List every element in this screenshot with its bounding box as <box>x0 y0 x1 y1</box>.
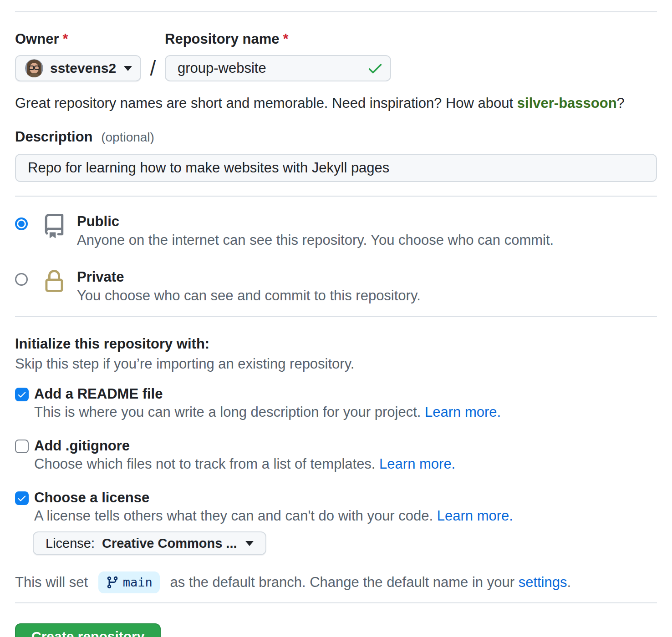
divider-after-visibility <box>15 316 657 317</box>
settings-link[interactable]: settings <box>519 571 567 593</box>
license-checkbox[interactable] <box>15 491 29 505</box>
readme-learn-more-link[interactable]: Learn more. <box>425 404 501 420</box>
license-chevron-down-icon <box>245 541 254 546</box>
git-branch-icon <box>106 576 119 589</box>
repo-name-field: Repository name* <box>165 30 391 81</box>
visibility-option-public[interactable]: Public Anyone on the internet can see th… <box>15 212 657 249</box>
owner-field: Owner* <box>15 30 141 81</box>
public-option-description: Anyone on the internet can see this repo… <box>77 231 554 249</box>
repo-book-icon <box>41 212 67 240</box>
readme-option-text: Add a README file This is where you can … <box>34 385 501 421</box>
repo-name-input[interactable] <box>165 55 391 81</box>
branch-name: main <box>123 571 153 593</box>
owner-label-text: Owner <box>15 31 59 47</box>
license-button-prefix: License: <box>46 536 95 551</box>
repo-name-label: Repository name* <box>165 30 391 48</box>
repo-name-input-wrap <box>165 55 391 81</box>
license-description: A license tells others what they can and… <box>34 507 513 525</box>
readme-description-text: This is where you can write a long descr… <box>34 404 425 420</box>
license-option-text: Choose a license A license tells others … <box>34 489 513 525</box>
hint-text: Great repository names are short and mem… <box>15 95 517 111</box>
initialize-heading: Initialize this repository with: <box>15 335 657 353</box>
repo-required-asterisk: * <box>283 31 289 47</box>
gitignore-description: Choose which files not to track from a l… <box>34 455 455 473</box>
owner-select-button[interactable]: sstevens2 <box>15 55 141 81</box>
license-description-text: A license tells others what they can and… <box>34 508 437 524</box>
public-option-text: Public Anyone on the internet can see th… <box>77 212 554 249</box>
submit-row: Create repository <box>15 623 657 637</box>
owner-repo-separator: / <box>141 55 165 81</box>
gitignore-learn-more-link[interactable]: Learn more. <box>379 456 455 472</box>
create-repository-form: Owner* <box>0 11 672 637</box>
license-button-value: Creative Commons ... <box>102 536 237 551</box>
suggested-name-link[interactable]: silver-bassoon <box>517 95 617 111</box>
top-divider <box>15 11 657 12</box>
branch-pill: main <box>98 571 160 593</box>
private-option-title: Private <box>77 268 421 287</box>
gitignore-option-text: Add .gitignore Choose which files not to… <box>34 437 455 473</box>
description-input[interactable] <box>15 154 657 182</box>
description-optional-label: (optional) <box>101 130 154 144</box>
description-label: Description <box>15 129 93 145</box>
gitignore-description-text: Choose which files not to track from a l… <box>34 456 379 472</box>
name-row: Owner* <box>15 30 657 81</box>
license-label[interactable]: Choose a license <box>34 489 513 507</box>
public-option-title: Public <box>77 212 554 231</box>
branch-note-period: . <box>567 571 571 593</box>
visibility-option-private[interactable]: Private You choose who can see and commi… <box>15 268 657 305</box>
private-radio[interactable] <box>15 273 28 286</box>
lock-icon <box>41 268 67 296</box>
public-radio[interactable] <box>15 217 28 230</box>
license-option-row: Choose a license A license tells others … <box>15 489 657 525</box>
gitignore-checkbox[interactable] <box>15 440 29 453</box>
owner-required-asterisk: * <box>62 31 68 47</box>
initialize-subheading: Skip this step if you’re importing an ex… <box>15 355 657 373</box>
branch-note-before: This will set <box>15 571 92 593</box>
divider-after-description <box>15 196 657 197</box>
divider-before-submit <box>15 602 657 603</box>
license-select-button[interactable]: License: Creative Commons ... <box>33 531 266 555</box>
name-available-check-icon <box>367 60 384 77</box>
description-label-row: Description (optional) <box>15 128 657 147</box>
create-repository-button[interactable]: Create repository <box>15 623 161 637</box>
chevron-down-icon <box>124 66 132 71</box>
repo-name-label-text: Repository name <box>165 31 280 47</box>
readme-label[interactable]: Add a README file <box>34 385 501 403</box>
license-learn-more-link[interactable]: Learn more. <box>437 508 513 524</box>
owner-label: Owner* <box>15 30 141 48</box>
default-branch-note: This will set main as the default branch… <box>15 571 657 593</box>
private-option-text: Private You choose who can see and commi… <box>77 268 421 305</box>
owner-name: sstevens2 <box>50 61 116 76</box>
readme-option-row: Add a README file This is where you can … <box>15 385 657 421</box>
private-option-description: You choose who can see and commit to thi… <box>77 287 421 305</box>
readme-checkbox[interactable] <box>15 388 29 401</box>
avatar <box>25 59 43 77</box>
branch-note-middle: as the default branch. Change the defaul… <box>166 571 519 593</box>
hint-question-mark: ? <box>617 95 625 111</box>
gitignore-option-row: Add .gitignore Choose which files not to… <box>15 437 657 473</box>
gitignore-label[interactable]: Add .gitignore <box>34 437 455 455</box>
repo-name-hint: Great repository names are short and mem… <box>15 94 657 112</box>
readme-description: This is where you can write a long descr… <box>34 403 501 421</box>
